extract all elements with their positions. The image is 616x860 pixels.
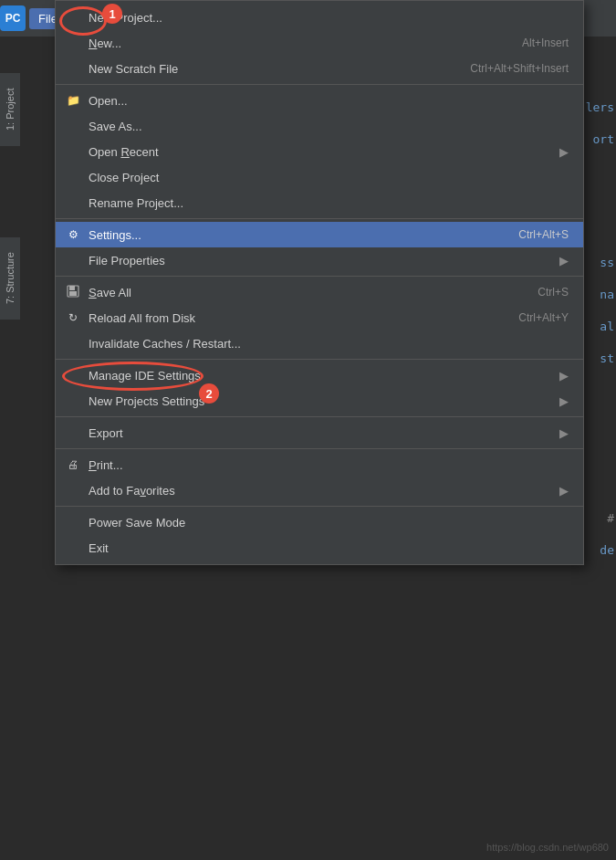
- menu-item-print[interactable]: 🖨 Print...: [56, 452, 583, 477]
- menu-item-label: New Scratch File: [89, 62, 178, 76]
- file-dropdown-menu: New Project... New... Alt+Insert New Scr…: [55, 0, 584, 565]
- menu-item-label: Close Project: [89, 171, 159, 184]
- submenu-arrow-icon: ▶: [559, 394, 569, 408]
- menu-item-label: Exit: [89, 541, 109, 555]
- menu-item-label: Save All: [89, 286, 131, 299]
- menu-item-label: Power Save Mode: [89, 516, 185, 530]
- menu-divider-5: [56, 416, 583, 417]
- menu-item-save-all[interactable]: Save All Ctrl+S: [56, 279, 583, 305]
- menu-item-new[interactable]: New... Alt+Insert: [56, 30, 583, 56]
- menu-item-label: Print...: [89, 458, 123, 472]
- menu-shortcut: Ctrl+S: [538, 286, 569, 299]
- annotation-circle-2: [62, 362, 204, 391]
- svg-rect-2: [69, 291, 77, 296]
- menu-item-label: Rename Project...: [89, 196, 183, 210]
- dropdown-overlay: New Project... New... Alt+Insert New Scr…: [0, 0, 616, 860]
- menu-shortcut: Ctrl+Alt+S: [518, 228, 569, 241]
- menu-shortcut: Ctrl+Alt+Shift+Insert: [470, 62, 569, 75]
- menu-item-label: Settings...: [89, 228, 141, 242]
- menu-item-add-to-favorites[interactable]: Add to Favorites ▶: [56, 477, 583, 503]
- menu-item-rename-project[interactable]: Rename Project...: [56, 190, 583, 215]
- menu-item-power-save-mode[interactable]: Power Save Mode: [56, 509, 583, 535]
- submenu-arrow-icon: ▶: [559, 254, 569, 267]
- annotation-number-2: 2: [199, 383, 219, 404]
- menu-item-label: Open...: [89, 94, 128, 108]
- menu-item-save-as[interactable]: Save As...: [56, 113, 583, 139]
- svg-rect-1: [69, 286, 75, 290]
- print-icon: 🖨: [65, 458, 81, 471]
- folder-icon: 📁: [65, 94, 81, 107]
- menu-divider-3: [56, 276, 583, 277]
- save-icon: [65, 285, 81, 300]
- menu-item-close-project[interactable]: Close Project: [56, 164, 583, 190]
- menu-divider-2: [56, 218, 583, 219]
- annotation-circle-1: [59, 6, 107, 36]
- menu-divider-1: [56, 84, 583, 85]
- menu-item-exit[interactable]: Exit: [56, 535, 583, 561]
- menu-shortcut: Ctrl+Alt+Y: [518, 311, 569, 324]
- menu-item-new-projects-settings[interactable]: New Projects Settings ▶: [56, 388, 583, 414]
- submenu-arrow-icon: ▶: [559, 145, 569, 159]
- menu-item-label: File Properties: [89, 254, 165, 267]
- menu-divider-7: [56, 506, 583, 507]
- menu-item-new-project[interactable]: New Project...: [56, 5, 583, 30]
- menu-item-export[interactable]: Export ▶: [56, 420, 583, 446]
- menu-item-label: Open Recent: [89, 145, 159, 159]
- menu-item-settings[interactable]: ⚙ Settings... Ctrl+Alt+S: [56, 222, 583, 247]
- menu-item-label: Add to Favorites: [89, 484, 175, 498]
- menu-divider-6: [56, 448, 583, 449]
- annotation-number-1: 1: [102, 4, 122, 24]
- submenu-arrow-icon: ▶: [559, 426, 569, 440]
- submenu-arrow-icon: ▶: [559, 369, 569, 383]
- menu-divider-4: [56, 359, 583, 360]
- settings-icon: ⚙: [65, 228, 81, 241]
- menu-item-label: Invalidate Caches / Restart...: [89, 337, 241, 351]
- menu-item-label: Save As...: [89, 120, 142, 133]
- menu-item-open-recent[interactable]: Open Recent ▶: [56, 139, 583, 164]
- menu-shortcut: Alt+Insert: [522, 37, 569, 49]
- menu-item-file-properties[interactable]: File Properties ▶: [56, 247, 583, 273]
- menu-item-open[interactable]: 📁 Open...: [56, 88, 583, 113]
- menu-item-label: New Projects Settings: [89, 394, 204, 408]
- reload-icon: ↻: [65, 311, 81, 324]
- menu-item-invalidate-caches[interactable]: Invalidate Caches / Restart...: [56, 330, 583, 356]
- submenu-arrow-icon: ▶: [559, 484, 569, 498]
- menu-item-label: Export: [89, 426, 123, 440]
- menu-item-new-scratch-file[interactable]: New Scratch File Ctrl+Alt+Shift+Insert: [56, 56, 583, 81]
- menu-item-reload-all[interactable]: ↻ Reload All from Disk Ctrl+Alt+Y: [56, 305, 583, 330]
- menu-item-label: New...: [89, 37, 121, 50]
- menu-item-label: Reload All from Disk: [89, 311, 195, 325]
